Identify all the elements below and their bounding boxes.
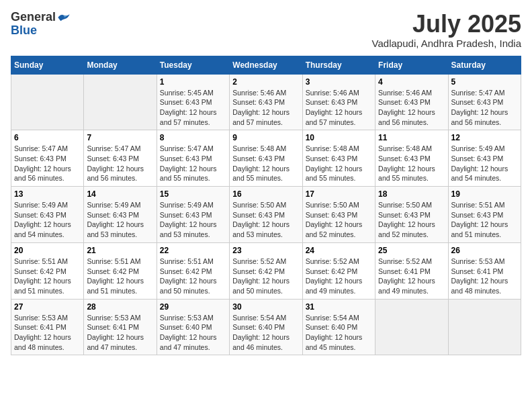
col-tuesday: Tuesday <box>157 56 229 74</box>
table-row: 12Sunrise: 5:49 AMSunset: 6:43 PMDayligh… <box>448 130 521 187</box>
table-row: 6Sunrise: 5:47 AMSunset: 6:43 PMDaylight… <box>11 130 84 187</box>
table-row: 9Sunrise: 5:48 AMSunset: 6:43 PMDaylight… <box>230 130 302 187</box>
day-number: 5 <box>451 77 518 87</box>
table-row: 2Sunrise: 5:46 AMSunset: 6:43 PMDaylight… <box>230 74 302 130</box>
day-info: Sunrise: 5:51 AMSunset: 6:42 PMDaylight:… <box>160 257 226 296</box>
calendar-row: 13Sunrise: 5:49 AMSunset: 6:43 PMDayligh… <box>11 187 521 243</box>
day-number: 2 <box>232 77 299 87</box>
table-row: 5Sunrise: 5:47 AMSunset: 6:43 PMDaylight… <box>448 74 521 130</box>
day-number: 21 <box>87 246 153 255</box>
day-info: Sunrise: 5:46 AMSunset: 6:43 PMDaylight:… <box>378 88 445 128</box>
table-row: 1Sunrise: 5:45 AMSunset: 6:43 PMDaylight… <box>157 74 229 130</box>
table-row: 27Sunrise: 5:53 AMSunset: 6:41 PMDayligh… <box>11 299 84 355</box>
logo-general-text: General <box>11 11 56 24</box>
day-info: Sunrise: 5:48 AMSunset: 6:43 PMDaylight:… <box>378 144 445 183</box>
day-info: Sunrise: 5:49 AMSunset: 6:43 PMDaylight:… <box>160 200 226 240</box>
table-row: 26Sunrise: 5:53 AMSunset: 6:41 PMDayligh… <box>448 242 521 299</box>
day-number: 4 <box>378 77 445 87</box>
day-number: 13 <box>14 189 81 199</box>
day-info: Sunrise: 5:51 AMSunset: 6:43 PMDaylight:… <box>451 200 518 240</box>
day-info: Sunrise: 5:47 AMSunset: 6:43 PMDaylight:… <box>160 144 226 183</box>
day-number: 15 <box>160 189 226 199</box>
calendar-row: 20Sunrise: 5:51 AMSunset: 6:42 PMDayligh… <box>11 242 521 299</box>
day-number: 9 <box>232 133 299 142</box>
day-info: Sunrise: 5:51 AMSunset: 6:42 PMDaylight:… <box>87 257 153 296</box>
day-number: 26 <box>451 246 518 255</box>
day-info: Sunrise: 5:47 AMSunset: 6:43 PMDaylight:… <box>14 144 81 183</box>
day-number: 1 <box>160 77 226 87</box>
table-row: 8Sunrise: 5:47 AMSunset: 6:43 PMDaylight… <box>157 130 229 187</box>
table-row: 29Sunrise: 5:53 AMSunset: 6:40 PMDayligh… <box>157 299 229 355</box>
title-block: July 2025 Vadlapudi, Andhra Pradesh, Ind… <box>372 11 521 49</box>
table-row: 30Sunrise: 5:54 AMSunset: 6:40 PMDayligh… <box>230 299 302 355</box>
day-info: Sunrise: 5:53 AMSunset: 6:41 PMDaylight:… <box>451 257 518 296</box>
col-monday: Monday <box>84 56 157 74</box>
day-info: Sunrise: 5:47 AMSunset: 6:43 PMDaylight:… <box>451 88 518 128</box>
calendar-table: Sunday Monday Tuesday Wednesday Thursday… <box>11 56 521 356</box>
day-number: 30 <box>232 302 299 312</box>
logo-blue-text: Blue <box>11 24 37 38</box>
col-saturday: Saturday <box>448 56 521 74</box>
day-info: Sunrise: 5:50 AMSunset: 6:43 PMDaylight:… <box>306 200 372 240</box>
day-info: Sunrise: 5:51 AMSunset: 6:42 PMDaylight:… <box>14 257 81 296</box>
day-info: Sunrise: 5:54 AMSunset: 6:40 PMDaylight:… <box>306 313 372 353</box>
day-info: Sunrise: 5:48 AMSunset: 6:43 PMDaylight:… <box>306 144 372 183</box>
day-info: Sunrise: 5:45 AMSunset: 6:43 PMDaylight:… <box>160 88 226 128</box>
col-sunday: Sunday <box>11 56 84 74</box>
month-title: July 2025 <box>372 11 521 38</box>
day-number: 17 <box>306 189 372 199</box>
day-info: Sunrise: 5:53 AMSunset: 6:40 PMDaylight:… <box>160 313 226 353</box>
day-info: Sunrise: 5:46 AMSunset: 6:43 PMDaylight:… <box>232 88 299 128</box>
location: Vadlapudi, Andhra Pradesh, India <box>372 38 521 49</box>
page-header: General Blue July 2025 Vadlapudi, Andhra… <box>11 11 521 49</box>
table-row: 10Sunrise: 5:48 AMSunset: 6:43 PMDayligh… <box>302 130 375 187</box>
logo-bird-icon <box>57 13 71 22</box>
day-info: Sunrise: 5:46 AMSunset: 6:43 PMDaylight:… <box>306 88 372 128</box>
day-info: Sunrise: 5:48 AMSunset: 6:43 PMDaylight:… <box>232 144 299 183</box>
day-number: 3 <box>306 77 372 87</box>
day-number: 19 <box>451 189 518 199</box>
day-number: 27 <box>14 302 81 312</box>
day-info: Sunrise: 5:50 AMSunset: 6:43 PMDaylight:… <box>232 200 299 240</box>
table-row: 24Sunrise: 5:52 AMSunset: 6:42 PMDayligh… <box>302 242 375 299</box>
calendar-row: 27Sunrise: 5:53 AMSunset: 6:41 PMDayligh… <box>11 299 521 355</box>
table-row <box>448 299 521 355</box>
table-row <box>375 299 448 355</box>
day-info: Sunrise: 5:52 AMSunset: 6:42 PMDaylight:… <box>306 257 372 296</box>
day-info: Sunrise: 5:47 AMSunset: 6:43 PMDaylight:… <box>87 144 153 183</box>
day-info: Sunrise: 5:50 AMSunset: 6:43 PMDaylight:… <box>378 200 445 240</box>
table-row: 20Sunrise: 5:51 AMSunset: 6:42 PMDayligh… <box>11 242 84 299</box>
col-thursday: Thursday <box>302 56 375 74</box>
day-number: 24 <box>306 246 372 255</box>
day-number: 20 <box>14 246 81 255</box>
day-number: 16 <box>232 189 299 199</box>
table-row: 25Sunrise: 5:52 AMSunset: 6:41 PMDayligh… <box>375 242 448 299</box>
table-row: 28Sunrise: 5:53 AMSunset: 6:41 PMDayligh… <box>84 299 157 355</box>
col-wednesday: Wednesday <box>230 56 302 74</box>
day-info: Sunrise: 5:53 AMSunset: 6:41 PMDaylight:… <box>87 313 153 353</box>
day-number: 10 <box>306 133 372 142</box>
day-number: 28 <box>87 302 153 312</box>
calendar-row: 6Sunrise: 5:47 AMSunset: 6:43 PMDaylight… <box>11 130 521 187</box>
day-info: Sunrise: 5:49 AMSunset: 6:43 PMDaylight:… <box>14 200 81 240</box>
table-row: 31Sunrise: 5:54 AMSunset: 6:40 PMDayligh… <box>302 299 375 355</box>
logo: General Blue <box>11 11 71 38</box>
day-number: 29 <box>160 302 226 312</box>
day-number: 23 <box>232 246 299 255</box>
table-row: 15Sunrise: 5:49 AMSunset: 6:43 PMDayligh… <box>157 187 229 243</box>
day-number: 7 <box>87 133 153 142</box>
table-row: 4Sunrise: 5:46 AMSunset: 6:43 PMDaylight… <box>375 74 448 130</box>
table-row: 17Sunrise: 5:50 AMSunset: 6:43 PMDayligh… <box>302 187 375 243</box>
table-row: 7Sunrise: 5:47 AMSunset: 6:43 PMDaylight… <box>84 130 157 187</box>
day-info: Sunrise: 5:53 AMSunset: 6:41 PMDaylight:… <box>14 313 81 353</box>
table-row: 23Sunrise: 5:52 AMSunset: 6:42 PMDayligh… <box>230 242 302 299</box>
table-row: 18Sunrise: 5:50 AMSunset: 6:43 PMDayligh… <box>375 187 448 243</box>
day-info: Sunrise: 5:49 AMSunset: 6:43 PMDaylight:… <box>87 200 153 240</box>
table-row <box>84 74 157 130</box>
calendar-header-row: Sunday Monday Tuesday Wednesday Thursday… <box>11 56 521 74</box>
day-number: 22 <box>160 246 226 255</box>
day-number: 25 <box>378 246 445 255</box>
calendar-row: 1Sunrise: 5:45 AMSunset: 6:43 PMDaylight… <box>11 74 521 130</box>
day-number: 31 <box>306 302 372 312</box>
day-number: 8 <box>160 133 226 142</box>
